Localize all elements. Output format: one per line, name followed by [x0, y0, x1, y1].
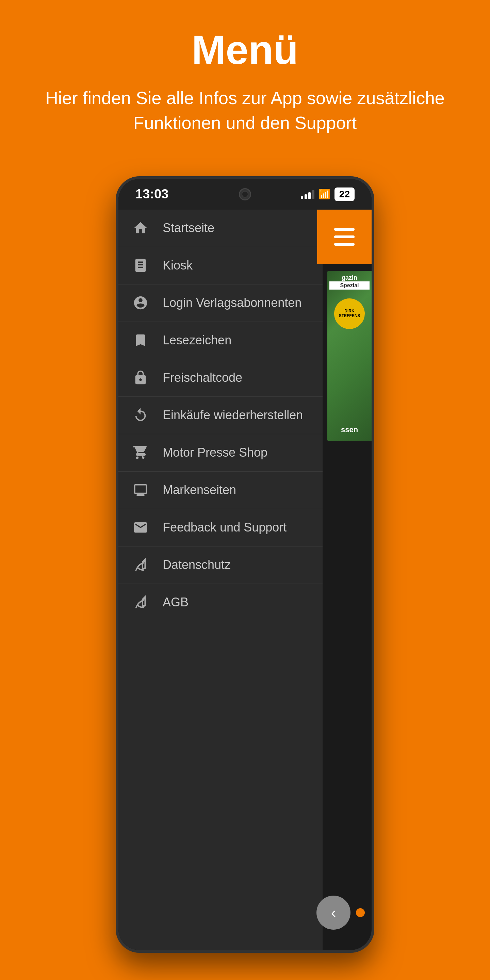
menu-item-kiosk[interactable]: Kiosk	[118, 247, 323, 285]
hero-title: Menü	[41, 27, 449, 72]
magazine-author-badge: DIRKSTEFFENS	[334, 298, 365, 329]
signal-bar-4	[312, 190, 314, 199]
menu-item-agb[interactable]: AGB	[118, 584, 323, 621]
phone-time: 13:03	[135, 187, 169, 202]
menu-label-shop: Motor Presse Shop	[163, 445, 267, 460]
menu-item-login[interactable]: Login Verlagsabonnenten	[118, 285, 323, 322]
menu-item-datenschutz[interactable]: Datenschutz	[118, 546, 323, 584]
magazine-spezial-badge: Spezial	[329, 282, 369, 290]
menu-label-login: Login Verlagsabonnenten	[163, 296, 301, 310]
status-bar: 13:03 📶 22	[118, 179, 372, 210]
nav-dot-indicator	[356, 908, 365, 917]
battery-indicator: 22	[334, 188, 355, 201]
status-icons: 📶 22	[301, 188, 355, 201]
monitor-icon	[132, 482, 149, 498]
menu-item-lesezeichen[interactable]: Lesezeichen	[118, 322, 323, 360]
menu-label-startseite: Startseite	[163, 221, 215, 235]
menu-label-lesezeichen: Lesezeichen	[163, 333, 231, 347]
menu-item-markenseiten[interactable]: Markenseiten	[118, 472, 323, 509]
phone-wrapper: 13:03 📶 22	[0, 156, 490, 980]
mail-icon	[132, 519, 149, 536]
hero-section: Menü Hier finden Sie alle Infos zur App …	[0, 0, 490, 156]
hamburger-line-2	[334, 235, 355, 238]
menu-item-einkaufe[interactable]: Einkäufe wiederherstellen	[118, 397, 323, 434]
scale-icon-datenschutz	[132, 556, 149, 573]
book-icon	[132, 257, 149, 274]
phone-frame: 13:03 📶 22	[116, 176, 374, 953]
person-circle-icon	[132, 294, 149, 311]
lock-icon	[132, 369, 149, 386]
hamburger-line-3	[334, 243, 355, 246]
camera-notch	[239, 188, 251, 200]
scale-icon-agb	[132, 594, 149, 611]
menu-label-einkaufe: Einkäufe wiederherstellen	[163, 408, 303, 422]
app-content: Startseite Kiosk	[118, 210, 372, 950]
nav-controls: ‹	[317, 896, 365, 930]
home-icon	[132, 220, 149, 237]
signal-bar-1	[301, 196, 303, 199]
menu-item-shop[interactable]: Motor Presse Shop	[118, 434, 323, 472]
wifi-icon: 📶	[318, 189, 331, 200]
hamburger-line-1	[334, 228, 355, 231]
magazine-title-partial: gazin	[342, 274, 357, 282]
menu-item-feedback[interactable]: Feedback und Support	[118, 509, 323, 546]
chevron-left-icon: ‹	[331, 905, 336, 920]
signal-bar-3	[308, 192, 311, 199]
hero-subtitle: Hier finden Sie alle Infos zur App sowie…	[41, 86, 449, 135]
bookmark-icon	[132, 332, 149, 349]
menu-label-feedback: Feedback und Support	[163, 520, 286, 535]
magazine-cover: gazin Spezial DIRKSTEFFENS ssen	[327, 271, 372, 441]
menu-label-datenschutz: Datenschutz	[163, 558, 231, 572]
right-panel: gazin Spezial DIRKSTEFFENS ssen ‹	[323, 210, 372, 950]
hamburger-icon	[334, 228, 355, 246]
menu-drawer: Startseite Kiosk	[118, 210, 323, 950]
magazine-author-name: DIRKSTEFFENS	[339, 309, 360, 318]
camera-lens	[242, 191, 248, 198]
menu-label-freischaltcode: Freischaltcode	[163, 371, 242, 385]
menu-label-markenseiten: Markenseiten	[163, 483, 236, 497]
refresh-icon	[132, 407, 149, 424]
menu-label-kiosk: Kiosk	[163, 258, 192, 272]
signal-icon	[301, 189, 314, 199]
menu-label-agb: AGB	[163, 595, 189, 609]
hamburger-button[interactable]	[317, 210, 372, 264]
cart-icon	[132, 444, 149, 461]
menu-item-freischaltcode[interactable]: Freischaltcode	[118, 360, 323, 397]
magazine-bottom-text: ssen	[341, 425, 358, 438]
menu-item-startseite[interactable]: Startseite	[118, 210, 323, 247]
signal-bar-2	[305, 194, 307, 199]
back-nav-button[interactable]: ‹	[317, 896, 350, 930]
